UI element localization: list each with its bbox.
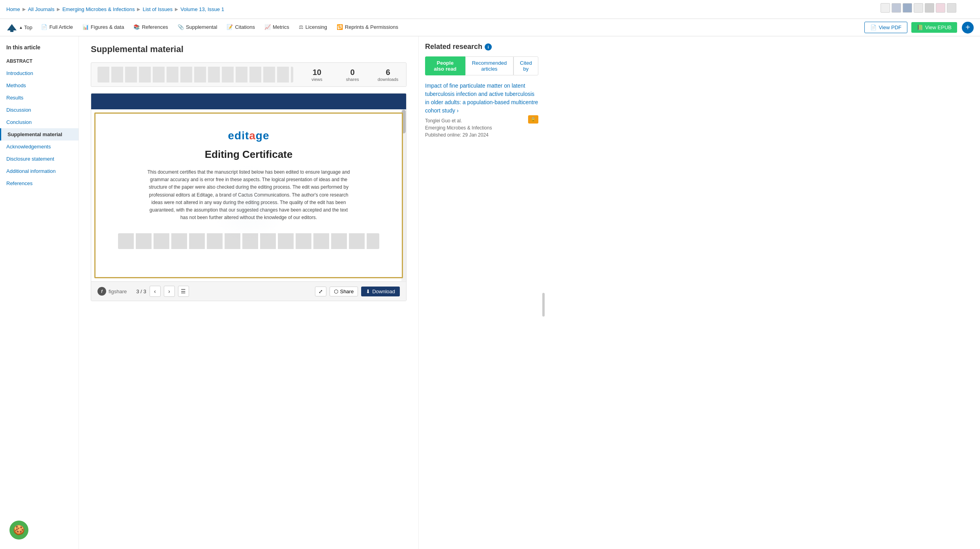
journal-link[interactable]: Emerging Microbes & Infections	[62, 6, 135, 12]
full-article-icon: 📄	[41, 24, 47, 30]
lock-badge: 🔒	[528, 115, 538, 124]
swatch-7[interactable]	[947, 3, 956, 13]
sidebar-item-acknowledgements[interactable]: Acknowledgements	[0, 141, 79, 153]
article-toolbar: ▲ Top 📄 Full Article 📊 Figures & data 📚 …	[0, 19, 980, 36]
view-pdf-button[interactable]: 📄 View PDF	[864, 22, 907, 33]
sidebar-item-discussion[interactable]: Discussion	[0, 104, 79, 116]
action-buttons: ⤢ ⬡ Share ⬇ Download	[315, 287, 400, 296]
tab-metrics[interactable]: 📈 Metrics	[260, 19, 293, 36]
lock-badge-area: 🔒	[528, 115, 538, 124]
all-journals-link[interactable]: All Journals	[28, 6, 54, 12]
page-indicator: 3 / 3	[136, 289, 146, 294]
licensing-icon: ⚖	[299, 24, 304, 30]
related-research-header: Related research i	[425, 43, 538, 51]
tab-supplemental[interactable]: 📎 Supplemental	[174, 19, 221, 36]
sidebar-item-additional-info[interactable]: Additional information	[0, 165, 79, 177]
pdf-icon: 📄	[870, 24, 877, 30]
sidebar-title: In this article	[0, 44, 79, 55]
sidebar-item-disclosure[interactable]: Disclosure statement	[0, 153, 79, 165]
cert-title: Editing Certificate	[205, 148, 292, 161]
volume-link[interactable]: Volume 13, Issue 1	[180, 6, 224, 12]
article-authors: Tonglei Guo et al.	[425, 118, 538, 124]
metrics-icon: 📈	[264, 24, 271, 30]
list-issues-link[interactable]: List of Issues	[142, 6, 172, 12]
related-article-link[interactable]: Impact of fine particulate matter on lat…	[425, 82, 538, 115]
share-button[interactable]: ⬡ Share	[330, 287, 358, 296]
cert-watermark	[209, 164, 288, 243]
top-button[interactable]: ▲ Top	[19, 24, 32, 30]
menu-button[interactable]: ☰	[178, 286, 189, 297]
certificate-content: editage Editing Certificate This documen…	[94, 112, 403, 278]
share-icon: ⬡	[334, 289, 338, 294]
view-epub-button[interactable]: 📗 View EPUB	[911, 22, 957, 33]
references-icon: 📚	[133, 24, 140, 30]
downloads-stat: 6 downloads	[376, 68, 400, 82]
tab-recommended-articles[interactable]: Recommended articles	[465, 56, 513, 75]
breadcrumb: Home ▶ All Journals ▶ Emerging Microbes …	[0, 0, 980, 19]
tab-reprints[interactable]: 🔁 Reprints & Permissions	[333, 19, 402, 36]
views-stat: 10 views	[305, 68, 329, 82]
lock-icon: 🔒	[530, 117, 536, 122]
swatch-2[interactable]	[892, 3, 901, 13]
tab-citations[interactable]: 📝 Citations	[223, 19, 259, 36]
related-tabs: People also read Recommended articles Ci…	[425, 56, 538, 75]
tab-people-also-read[interactable]: People also read	[425, 56, 465, 75]
sidebar-item-conclusion[interactable]: Conclusion	[0, 116, 79, 128]
page-navigation: 3 / 3 ‹ › ☰	[136, 286, 189, 297]
color-swatches	[881, 3, 956, 13]
home-link[interactable]: Home	[6, 6, 20, 12]
shares-stat: 0 shares	[341, 68, 364, 82]
cookie-icon: 🍪	[13, 525, 25, 536]
download-button[interactable]: ⬇ Download	[361, 287, 400, 296]
swatch-1[interactable]	[881, 3, 890, 13]
add-button[interactable]: +	[962, 22, 974, 34]
article-published: Published online: 29 Jan 2024	[425, 132, 538, 138]
reprints-icon: 🔁	[337, 24, 343, 30]
article-arrow-icon: ›	[457, 107, 459, 114]
prev-page-button[interactable]: ‹	[150, 286, 161, 297]
figshare-logo: f figshare	[97, 287, 127, 296]
swatch-6[interactable]	[936, 3, 945, 13]
next-page-button[interactable]: ›	[164, 286, 175, 297]
sidebar-item-results[interactable]: Results	[0, 92, 79, 104]
blurred-article-title	[97, 67, 293, 82]
tab-references[interactable]: 📚 References	[129, 19, 172, 36]
sidebar: In this article ABSTRACT Introduction Me…	[0, 36, 79, 549]
figshare-icon: f	[97, 287, 106, 296]
figures-icon: 📊	[82, 24, 89, 30]
cert-blurred-bottom	[118, 233, 379, 249]
swatch-4[interactable]	[914, 3, 923, 13]
expand-button[interactable]: ⤢	[315, 287, 326, 296]
section-title: Supplemental material	[91, 44, 407, 54]
tab-licensing[interactable]: ⚖ Licensing	[295, 19, 331, 36]
sidebar-item-abstract[interactable]: ABSTRACT	[0, 55, 79, 67]
sidebar-item-supplemental[interactable]: Supplemental material	[0, 128, 79, 141]
info-icon[interactable]: i	[485, 43, 492, 51]
epub-icon: 📗	[917, 24, 923, 30]
article-journal: Emerging Microbes & Infections	[425, 125, 538, 131]
cookie-button[interactable]: 🍪	[9, 521, 28, 540]
tab-figures-data[interactable]: 📊 Figures & data	[79, 19, 128, 36]
sidebar-item-introduction[interactable]: Introduction	[0, 67, 79, 79]
right-panel: Related research i People also read Reco…	[418, 36, 545, 549]
citations-icon: 📝	[227, 24, 233, 30]
stats-bar: 10 views 0 shares 6 downloads	[91, 62, 407, 87]
tab-cited-by[interactable]: Cited by	[513, 56, 538, 75]
download-icon: ⬇	[366, 289, 370, 294]
swatch-3[interactable]	[903, 3, 912, 13]
main-content: Supplemental material 10 views 0 shares …	[79, 36, 418, 549]
sidebar-item-references[interactable]: References	[0, 177, 79, 189]
sidebar-item-methods[interactable]: Methods	[0, 79, 79, 92]
supplemental-icon: 📎	[178, 24, 184, 30]
taylor-francis-icon	[6, 23, 17, 32]
editage-logo: editage	[228, 129, 269, 142]
logo-area: ▲ Top	[6, 23, 32, 32]
swatch-5[interactable]	[925, 3, 934, 13]
figshare-header	[91, 94, 406, 109]
tab-full-article[interactable]: 📄 Full Article	[37, 19, 77, 36]
figshare-embed: editage Editing Certificate This documen…	[91, 93, 407, 301]
figshare-footer: f figshare 3 / 3 ‹ › ☰ ⤢ ⬡ Share ⬇	[91, 281, 406, 301]
right-scrollbar[interactable]	[542, 293, 545, 317]
